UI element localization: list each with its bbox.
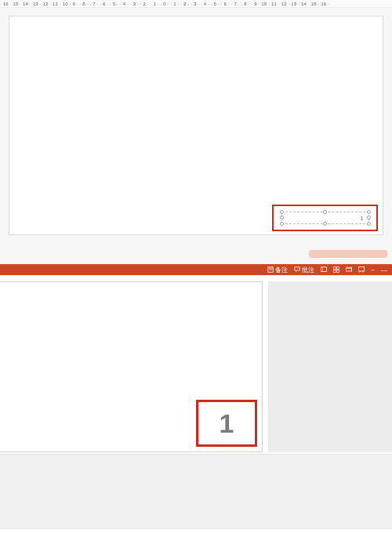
page-number-placeholder[interactable]: 1 [281,212,369,224]
notes-label: 备注 [275,266,288,274]
comments-icon [294,266,300,273]
reading-view-icon [346,266,352,273]
handle-top-center[interactable] [323,210,327,214]
svg-rect-6 [337,266,339,269]
svg-rect-9 [347,267,352,271]
svg-rect-5 [334,266,336,269]
comments-label: 批注 [302,266,314,274]
normal-view-button[interactable] [321,266,327,273]
zoom-slider-track: — [381,266,387,274]
handle-bottom-center[interactable] [323,222,327,226]
slide-sorter-button[interactable] [333,266,339,273]
zoom-slider[interactable]: — [381,266,387,274]
slide-canvas[interactable]: 1 [9,16,383,235]
normal-view-icon [321,266,327,273]
reading-view-button[interactable] [346,266,352,273]
handle-middle-left[interactable] [280,216,284,219]
ruler-marks: · 16 · 15 · 14 · 13 · 12 · 11 · 10 · 9 ·… [0,0,329,8]
handle-bottom-right[interactable] [367,222,371,226]
svg-rect-3 [321,267,327,272]
notes-icon [267,266,274,273]
horizontal-ruler[interactable]: · 16 · 15 · 14 · 13 · 12 · 11 · 10 · 9 ·… [0,0,392,8]
svg-rect-7 [334,270,336,272]
zoom-out-label: − [371,266,375,274]
handle-top-left[interactable] [280,210,284,214]
comments-button[interactable]: 批注 [294,266,314,274]
handle-top-right[interactable] [367,210,371,214]
zoom-out-button[interactable]: − [371,266,375,274]
preview-page-number-highlight: 1 [196,400,257,447]
lower-bottom-bar [0,528,392,533]
slide-edit-area: 1 [0,8,392,248]
lower-area: 1 [0,275,392,533]
page-number-text: 1 [361,216,364,221]
page-number-highlight-box: 1 [272,205,378,231]
highlight-strip [309,250,387,258]
handle-middle-right[interactable] [367,216,371,219]
under-canvas-area [0,248,392,264]
preview-slide[interactable]: 1 [0,281,263,452]
slideshow-icon [358,266,365,273]
svg-rect-11 [359,266,365,271]
preview-row: 1 [0,275,392,454]
status-bar: 备注 批注 − — [0,264,392,275]
handle-bottom-left[interactable] [280,222,284,226]
preview-page-number: 1 [220,408,234,439]
slide-sorter-icon [333,266,339,273]
slideshow-button[interactable] [358,266,365,273]
lower-padding [0,454,392,528]
svg-rect-8 [337,270,339,272]
preview-notes-panel[interactable] [268,281,392,452]
notes-button[interactable]: 备注 [267,266,288,274]
